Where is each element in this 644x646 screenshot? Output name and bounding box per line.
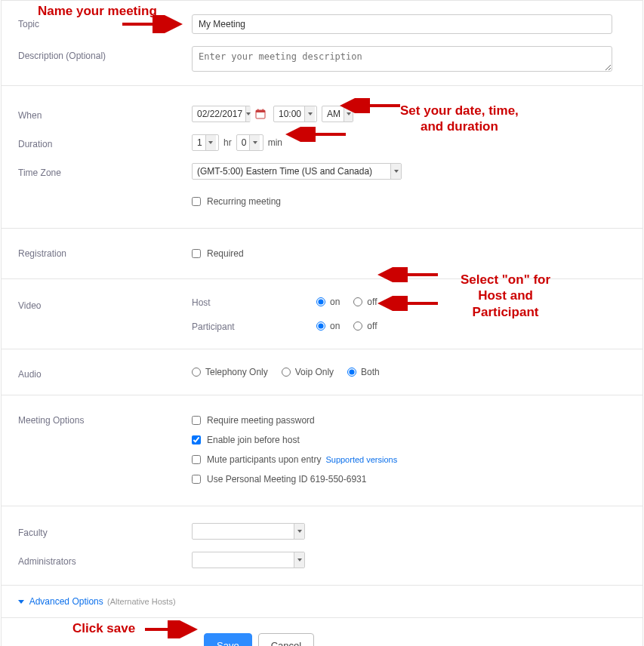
svg-rect-2 [257, 109, 259, 112]
chevron-down-icon[interactable] [344, 106, 353, 122]
chevron-down-icon [18, 600, 24, 604]
mute-participants-checkbox[interactable] [192, 455, 201, 464]
date-input[interactable]: 02/22/2017 [192, 106, 251, 122]
chevron-down-icon[interactable] [390, 164, 401, 179]
chevron-down-icon[interactable] [294, 552, 304, 568]
administrators-label: Administrators [2, 552, 192, 568]
pmi-label: Use Personal Meeting ID 619-550-6931 [207, 474, 366, 484]
video-host-label: Host [192, 296, 316, 308]
on-label: on [330, 297, 340, 307]
password-label: Require meeting password [207, 415, 315, 426]
recurring-label: Recurring meeting [207, 196, 281, 207]
off-label: off [367, 321, 377, 331]
faculty-select[interactable] [192, 523, 305, 540]
host-video-on-radio[interactable] [316, 297, 325, 306]
svg-rect-3 [263, 109, 264, 112]
join-before-host-checkbox[interactable] [192, 435, 201, 445]
min-unit: min [268, 137, 282, 148]
hours-unit: hr [223, 137, 232, 148]
registration-label: Registration [2, 244, 192, 263]
cancel-button[interactable]: Cancel [258, 633, 314, 646]
video-participant-label: Participant [192, 320, 316, 332]
video-label: Video [2, 296, 192, 332]
participant-video-on-radio[interactable] [316, 321, 325, 331]
audio-label: Audio [2, 365, 192, 380]
recurring-checkbox[interactable] [192, 197, 201, 206]
chevron-down-icon[interactable] [205, 135, 216, 150]
registration-required-checkbox[interactable] [192, 249, 201, 258]
duration-hours-select[interactable]: 1 [192, 134, 219, 151]
advanced-options-link[interactable]: Advanced Options [29, 596, 103, 607]
ampm-value: AM [327, 109, 340, 119]
date-value: 02/22/2017 [197, 109, 242, 119]
meeting-options-label: Meeting Options [2, 411, 192, 489]
mute-label: Mute participants upon entry [207, 454, 321, 465]
audio-voip-radio[interactable] [282, 368, 291, 377]
voip-label: Voip Only [295, 367, 334, 377]
telephony-label: Telephony Only [205, 367, 268, 377]
topic-label: Topic [2, 14, 192, 34]
on-label: on [330, 321, 340, 331]
timezone-select[interactable]: (GMT-5:00) Eastern Time (US and Canada) [192, 163, 402, 180]
off-label: off [367, 297, 377, 307]
time-value: 10:00 [279, 109, 301, 119]
ampm-select[interactable]: AM [322, 106, 353, 122]
chevron-down-icon[interactable] [249, 135, 260, 150]
advanced-options-note: (Alternative Hosts) [107, 597, 175, 606]
time-select[interactable]: 10:00 [273, 106, 317, 122]
administrators-select[interactable] [192, 552, 305, 568]
host-video-off-radio[interactable] [353, 297, 362, 306]
when-label: When [2, 106, 192, 122]
hours-value: 1 [197, 137, 202, 148]
description-textarea[interactable] [192, 46, 612, 72]
duration-min-select[interactable]: 0 [236, 134, 263, 151]
audio-both-radio[interactable] [347, 368, 356, 377]
description-label: Description (Optional) [2, 46, 192, 72]
calendar-icon[interactable] [255, 109, 266, 119]
both-label: Both [361, 367, 380, 377]
min-value: 0 [242, 137, 247, 148]
password-checkbox[interactable] [192, 416, 201, 425]
faculty-label: Faculty [2, 523, 192, 540]
supported-versions-link[interactable]: Supported versions [325, 455, 397, 464]
timezone-label: Time Zone [2, 163, 192, 180]
participant-video-off-radio[interactable] [353, 321, 362, 331]
duration-label: Duration [2, 134, 192, 151]
join-before-label: Enable join before host [207, 435, 300, 445]
pmi-checkbox[interactable] [192, 475, 201, 484]
chevron-down-icon[interactable] [304, 106, 315, 122]
timezone-value: (GMT-5:00) Eastern Time (US and Canada) [197, 166, 390, 177]
topic-input[interactable] [192, 14, 612, 34]
registration-required-label: Required [207, 248, 244, 259]
save-button[interactable]: Save [204, 633, 252, 646]
audio-telephony-radio[interactable] [192, 368, 201, 377]
chevron-down-icon[interactable] [245, 106, 251, 122]
chevron-down-icon[interactable] [294, 524, 304, 539]
svg-rect-1 [256, 110, 265, 112]
